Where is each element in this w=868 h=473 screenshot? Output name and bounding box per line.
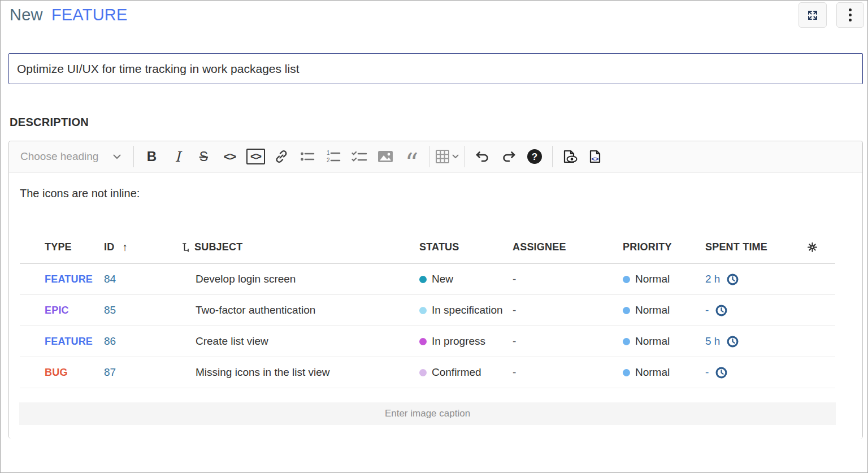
page-title-type: FEATURE [51, 6, 128, 24]
table-row: FEATURE 84 Develop login screen New - No… [20, 264, 835, 295]
spent-time-cell: 2 h [705, 273, 784, 285]
embedded-work-package-table-image[interactable]: TYPE ID ↑ SUBJECT STATUS AS [20, 231, 835, 388]
column-header-assignee: ASSIGNEE [513, 241, 623, 253]
column-header-subject: SUBJECT [196, 241, 419, 253]
page: New FEATURE DESCRIPTION Choose heading [0, 0, 868, 473]
priority-dot [623, 276, 630, 283]
page-title-prefix: New [10, 6, 43, 24]
column-header-status: STATUS [419, 241, 513, 253]
redo-button[interactable] [496, 145, 522, 168]
priority-cell: Normal [623, 273, 705, 285]
work-package-type-link: FEATURE [45, 274, 104, 285]
more-actions-button[interactable] [836, 2, 864, 28]
work-package-subject: Two-factor authentication [196, 304, 419, 316]
image-caption-placeholder: Enter image caption [385, 408, 470, 419]
work-package-type-link: BUG [45, 367, 104, 379]
table-icon [435, 149, 450, 164]
blockquote-button[interactable]: “ [398, 145, 424, 168]
column-header-type: TYPE [45, 241, 104, 253]
italic-button[interactable]: I [164, 145, 190, 168]
table-header-row: TYPE ID ↑ SUBJECT STATUS AS [20, 231, 835, 264]
priority-cell: Normal [623, 304, 705, 316]
clock-icon [715, 305, 727, 316]
column-header-priority: PRIORITY [623, 241, 705, 253]
column-header-spent-time: SPENT TIME [705, 241, 784, 253]
svg-text:<>: <> [592, 155, 599, 162]
todo-list-icon [351, 150, 367, 163]
spent-time-link: 5 h [705, 335, 720, 348]
work-package-subject: Develop login screen [196, 273, 419, 285]
assignee-cell: - [513, 366, 623, 379]
kebab-menu-icon [849, 8, 852, 21]
source-button[interactable]: <> [583, 145, 609, 168]
table-row: BUG 87 Missing icons in the list view Co… [20, 357, 835, 388]
assignee-cell: - [513, 335, 623, 348]
undo-button[interactable] [470, 145, 496, 168]
work-package-type-link: EPIC [45, 305, 104, 316]
status-dot [419, 338, 427, 345]
spent-time-link: - [705, 366, 709, 379]
work-package-id-link: 85 [104, 304, 196, 316]
toolbar-separator [465, 146, 465, 167]
code-block-icon: <> [246, 149, 265, 165]
svg-text:1: 1 [327, 150, 330, 156]
numbered-list-button[interactable]: 1 2 [320, 145, 346, 168]
sort-ascending-icon: ↑ [122, 241, 128, 254]
status-dot [419, 276, 427, 283]
status-cell: In progress [419, 335, 513, 348]
status-cell: New [419, 273, 513, 285]
clock-icon [715, 367, 727, 379]
spent-time-link: - [705, 304, 709, 316]
spent-time-cell: 5 h [705, 335, 784, 348]
inline-code-button[interactable]: <> [216, 145, 242, 168]
page-title: New FEATURE [10, 6, 127, 24]
link-button[interactable] [268, 145, 294, 168]
work-package-subject: Create list view [196, 335, 419, 348]
undo-icon [475, 150, 491, 163]
bold-button[interactable]: B [138, 145, 164, 168]
work-package-id-link: 86 [104, 335, 196, 348]
preview-icon [562, 149, 579, 164]
strikethrough-button[interactable]: S [190, 145, 216, 168]
work-package-id-link: 87 [104, 366, 196, 379]
priority-dot [623, 307, 630, 314]
status-dot [419, 369, 427, 376]
help-icon: ? [527, 149, 542, 164]
heading-dropdown[interactable]: Choose heading [15, 145, 129, 168]
table-row: EPIC 85 Two-factor authentication In spe… [20, 295, 835, 326]
redo-icon [501, 150, 517, 163]
spent-time-cell: - [705, 304, 784, 316]
svg-text:?: ? [532, 151, 537, 162]
toolbar-separator [552, 146, 553, 167]
subject-input[interactable] [8, 53, 863, 84]
image-button[interactable] [372, 145, 398, 168]
work-package-id-link: 84 [104, 273, 196, 285]
help-button[interactable]: ? [522, 145, 548, 168]
bulleted-list-button[interactable] [294, 145, 320, 168]
insert-table-button[interactable] [434, 145, 460, 168]
expand-arrows-icon [806, 8, 819, 22]
editor-content[interactable]: The icons are not inline: TYPE ID ↑ [9, 172, 862, 439]
status-cell: In specification [419, 304, 513, 316]
heading-dropdown-label: Choose heading [20, 150, 98, 163]
status-dot [419, 307, 427, 314]
description-label: DESCRIPTION [10, 116, 89, 129]
description-editor: Choose heading B I S <> <> [8, 141, 863, 439]
image-caption-field[interactable]: Enter image caption [19, 402, 836, 425]
priority-dot [623, 338, 630, 345]
toolbar-separator [429, 146, 429, 167]
image-icon [377, 150, 393, 163]
preview-button[interactable] [557, 145, 583, 168]
table-row: FEATURE 86 Create list view In progress … [20, 326, 835, 357]
code-block-button[interactable]: <> [242, 145, 268, 168]
link-icon [274, 149, 289, 164]
fullscreen-button[interactable] [798, 2, 827, 28]
clock-icon [727, 336, 739, 348]
assignee-cell: - [513, 304, 623, 316]
source-code-icon: <> [588, 149, 605, 164]
status-cell: Confirmed [419, 366, 513, 379]
priority-dot [623, 369, 630, 376]
todo-list-button[interactable] [346, 145, 372, 168]
bulleted-list-icon [300, 150, 315, 163]
priority-cell: Normal [623, 366, 705, 379]
